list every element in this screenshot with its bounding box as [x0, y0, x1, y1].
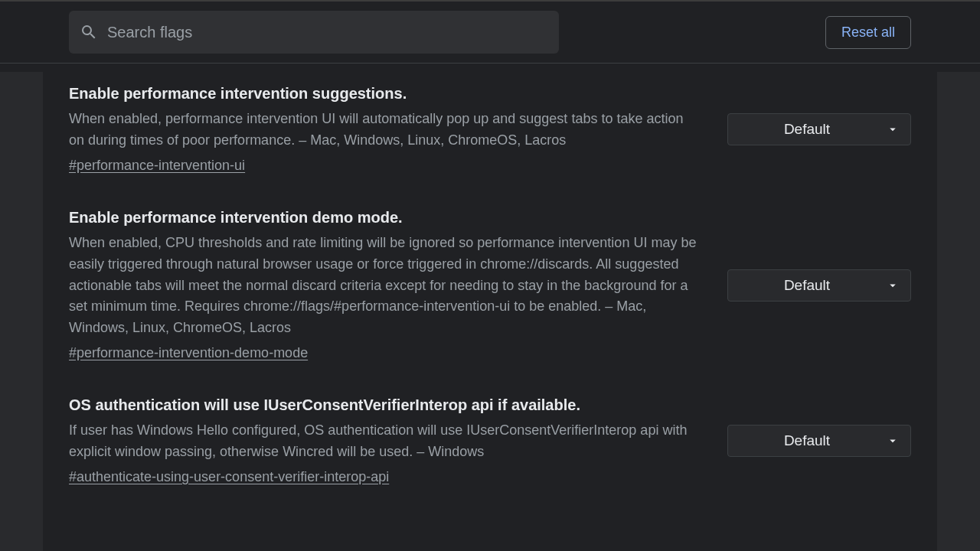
- flag-dropdown-value: Default: [728, 432, 886, 449]
- chevron-down-icon: [886, 434, 900, 448]
- flag-title: OS authentication will use IUserConsentV…: [69, 396, 697, 414]
- flags-list: Enable performance intervention suggesti…: [69, 64, 911, 520]
- flag-anchor-link[interactable]: #performance-intervention-ui: [69, 158, 245, 174]
- flag-row: OS authentication will use IUserConsentV…: [69, 396, 911, 520]
- flag-dropdown[interactable]: Default: [727, 425, 911, 457]
- flag-description: When enabled, CPU thresholds and rate li…: [69, 233, 697, 339]
- flag-anchor-link[interactable]: #authenticate-using-user-consent-verifie…: [69, 469, 389, 485]
- flag-anchor-link[interactable]: #performance-intervention-demo-mode: [69, 345, 308, 361]
- reset-all-button[interactable]: Reset all: [825, 16, 911, 49]
- flag-dropdown[interactable]: Default: [727, 269, 911, 302]
- flag-dropdown-value: Default: [728, 277, 886, 294]
- flag-description: If user has Windows Hello configured, OS…: [69, 420, 697, 463]
- chevron-down-icon: [886, 279, 900, 292]
- flag-row: Enable performance intervention demo mod…: [69, 209, 911, 396]
- flag-row: Enable performance intervention suggesti…: [69, 85, 911, 209]
- flag-dropdown-value: Default: [728, 121, 886, 138]
- search-field[interactable]: [69, 11, 559, 54]
- flag-title: Enable performance intervention suggesti…: [69, 85, 697, 103]
- flag-title: Enable performance intervention demo mod…: [69, 209, 697, 227]
- search-icon: [80, 23, 98, 41]
- chevron-down-icon: [886, 122, 900, 136]
- right-gutter: [937, 72, 980, 551]
- flag-description: When enabled, performance intervention U…: [69, 109, 697, 152]
- header-bar: Reset all: [0, 0, 980, 64]
- flag-dropdown[interactable]: Default: [727, 113, 911, 145]
- search-input[interactable]: [107, 24, 548, 41]
- left-gutter: [0, 72, 43, 551]
